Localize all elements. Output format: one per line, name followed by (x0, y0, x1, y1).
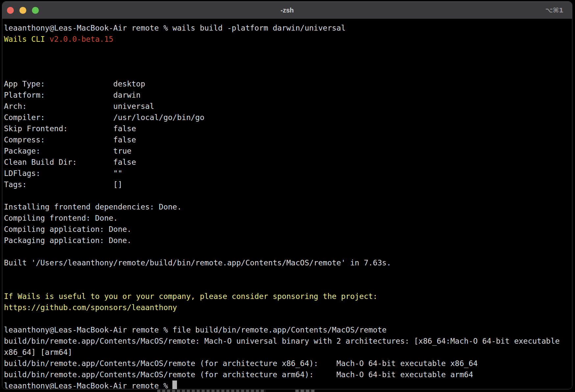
step-compiling-application: Compiling application: Done. (4, 224, 571, 235)
blank-line (4, 56, 571, 67)
build-option-skip-frontend: Skip Frontend: false (4, 123, 571, 134)
build-option-arch: Arch: universal (4, 101, 571, 112)
background-window-sliver (157, 390, 266, 392)
file-output-wrap-line: x86_64] [arm64] (4, 347, 571, 358)
terminal-cursor (172, 380, 177, 389)
build-result-line: Built '/Users/leaanthony/remote/build/bi… (4, 257, 571, 268)
window-titlebar[interactable]: -zsh ⌥⌘1 (2, 2, 572, 19)
sponsor-url-line: https://github.com/sponsors/leaanthony (4, 302, 571, 313)
blank-line (4, 268, 571, 280)
blank-line (4, 313, 571, 324)
active-prompt-line: leaanthony@Leas-MacBook-Air remote % (4, 380, 571, 389)
blank-line (4, 67, 571, 78)
build-option-clean-build-dir: Clean Build Dir: false (4, 157, 571, 168)
step-packaging-application: Packaging application: Done. (4, 235, 571, 246)
background-window-sliver (295, 390, 314, 392)
build-option-ldflags: LDFlags: "" (4, 168, 571, 179)
prompt-command-line: leaanthony@Leas-MacBook-Air remote % wai… (4, 22, 571, 34)
file-output-universal-line: build/bin/remote.app/Contents/MacOS/remo… (4, 335, 571, 347)
blank-line (4, 246, 571, 257)
build-option-compiler: Compiler: /usr/local/go/bin/go (4, 112, 571, 123)
step-installing-dependencies: Installing frontend dependencies: Done. (4, 201, 571, 212)
build-option-platform: Platform: darwin (4, 89, 571, 101)
prompt-file-command-line: leaanthony@Leas-MacBook-Air remote % fil… (4, 324, 571, 335)
build-option-compress: Compress: false (4, 134, 571, 145)
file-output-x86-line: build/bin/remote.app/Contents/MacOS/remo… (4, 358, 571, 369)
build-option-app-type: App Type: desktop (4, 78, 571, 89)
wails-version: v2.0.0-beta.15 (49, 35, 113, 43)
blank-line (4, 45, 571, 56)
file-output-arm64-line: build/bin/remote.app/Contents/MacOS/remo… (4, 369, 571, 380)
prompt-text: leaanthony@Leas-MacBook-Air remote % (4, 381, 172, 389)
wails-cli-label: Wails CLI (4, 35, 49, 43)
wails-cli-version-line: Wails CLI v2.0.0-beta.15 (4, 34, 571, 45)
blank-line (4, 280, 571, 291)
build-option-tags: Tags: [] (4, 179, 571, 190)
blank-line (4, 190, 571, 201)
step-compiling-frontend: Compiling frontend: Done. (4, 212, 571, 224)
sponsor-message-line: If Wails is useful to you or your compan… (4, 291, 571, 302)
terminal-window: -zsh ⌥⌘1 leaanthony@Leas-MacBook-Air rem… (2, 1, 572, 389)
build-option-package: Package: true (4, 145, 571, 157)
window-title: -zsh (2, 2, 572, 19)
terminal-content[interactable]: leaanthony@Leas-MacBook-Air remote % wai… (2, 19, 572, 389)
keyboard-shortcut-badge: ⌥⌘1 (545, 2, 563, 19)
